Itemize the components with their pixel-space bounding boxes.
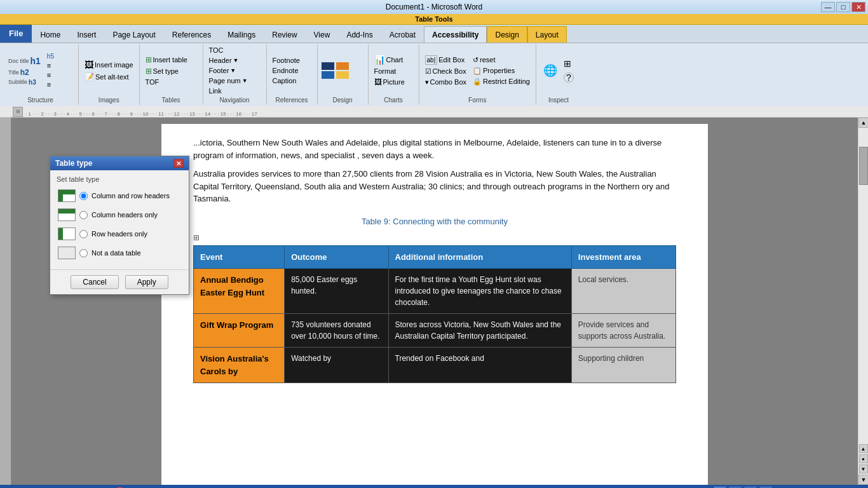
list3-btn[interactable]: ≡: [45, 80, 56, 89]
help-btn[interactable]: ?: [562, 72, 576, 83]
tab-home[interactable]: Home: [32, 26, 69, 43]
add-table-btn[interactable]: ⊞: [193, 233, 200, 242]
tab-mailings[interactable]: Mailings: [219, 26, 264, 43]
page: ...ictoria, Southern New South Wales and…: [161, 124, 708, 485]
scroll-up-button[interactable]: ▲: [858, 118, 868, 128]
check-box-icon: ☑: [425, 67, 431, 76]
navigation-group: TOC Header ▼ Footer ▼ Page num ▼ Link Na…: [203, 44, 267, 105]
title-btn[interactable]: Title h2: [6, 67, 43, 78]
tab-page-layout[interactable]: Page Layout: [104, 26, 163, 43]
ruler-corner[interactable]: ⊞: [13, 107, 23, 117]
toc-btn[interactable]: TOC: [207, 46, 262, 55]
properties-btn[interactable]: 📋 Properties: [471, 66, 532, 76]
images-label: Images: [83, 95, 135, 104]
link-btn[interactable]: Link: [207, 86, 262, 95]
caption-btn[interactable]: Caption: [271, 76, 313, 85]
scrollbar-thumb[interactable]: [859, 147, 868, 185]
format-btn[interactable]: Format: [372, 67, 415, 76]
grid-btn[interactable]: ⊞: [562, 58, 576, 69]
radio-row-only-input[interactable]: [79, 230, 88, 238]
design-color-2[interactable]: [322, 71, 334, 79]
design-color-3[interactable]: [336, 62, 349, 70]
restrict-editing-btn[interactable]: 🔒 Restrict Editing: [471, 77, 532, 86]
select-object-button[interactable]: ●: [859, 454, 868, 463]
h1-style-label: h1: [31, 56, 41, 66]
table-tools-bar: Table Tools: [0, 14, 868, 25]
globe-icon: 🌐: [543, 64, 557, 78]
col-row-icon: [58, 189, 76, 202]
insert-table-btn[interactable]: ⊞ Insert table: [144, 55, 199, 65]
charts-label: Charts: [372, 95, 415, 104]
edit-box-btn[interactable]: ab| Edit Box: [423, 55, 468, 65]
check-box-btn[interactable]: ☑ Check Box: [423, 67, 468, 76]
cell-event-1: Annual Bendigo Easter Egg Hunt: [194, 269, 285, 314]
page-num-btn[interactable]: Page num ▼: [207, 76, 262, 85]
tab-accessibility[interactable]: Accessibility: [424, 26, 487, 43]
radio-col-only[interactable]: Column headers only: [57, 207, 182, 222]
tab-references[interactable]: References: [164, 26, 219, 43]
header-btn[interactable]: Header ▼: [207, 56, 262, 65]
cancel-button[interactable]: Cancel: [71, 275, 118, 289]
radio-col-only-input[interactable]: [79, 211, 88, 219]
window-controls[interactable]: — □ ✕: [821, 2, 865, 12]
document-area[interactable]: ...ictoria, Southern New South Wales and…: [11, 118, 858, 485]
footer-btn[interactable]: Footer ▼: [207, 66, 262, 75]
ribbon: Doc title h1 Title h2 Subtitle h3 h5 ≡ ≡: [0, 43, 868, 106]
image-icon: 🖼: [85, 60, 93, 70]
minimize-button[interactable]: —: [821, 2, 835, 12]
h2-label: h2: [20, 68, 29, 77]
radio-none-input[interactable]: [79, 249, 88, 257]
globe-btn[interactable]: 🌐: [541, 63, 559, 78]
h5-btn[interactable]: h5: [45, 52, 56, 60]
forms-label: Forms: [423, 95, 532, 104]
maximize-button[interactable]: □: [836, 2, 850, 12]
table-add-row: ⊞: [193, 231, 676, 244]
scrollbar-track[interactable]: [858, 128, 868, 443]
list1-btn[interactable]: ≡: [45, 61, 56, 70]
col-header-outcome: Outcome: [285, 245, 388, 269]
chart-btn[interactable]: 📊 Chart: [372, 54, 415, 65]
table-row: Annual Bendigo Easter Egg Hunt 85,000 Ea…: [194, 269, 676, 314]
chart-icon: 📊: [374, 55, 385, 65]
design-color-4[interactable]: [336, 71, 349, 79]
dialog-close-button[interactable]: ✕: [173, 159, 184, 168]
help-icon: ?: [564, 72, 574, 83]
combo-box-btn[interactable]: ▾ Combo Box: [423, 78, 468, 87]
radio-col-row-input[interactable]: [79, 192, 88, 200]
title-label: Title: [8, 69, 19, 76]
scroll-nav-buttons: ▲ ● ▼: [858, 443, 868, 475]
radio-none[interactable]: Not a data table: [57, 245, 182, 261]
cell-additional-2: Stores across Victoria, New South Wales …: [388, 314, 571, 348]
doc-title-btn[interactable]: Doc title h1: [6, 55, 43, 67]
tab-layout[interactable]: Layout: [527, 26, 567, 43]
scroll-down-button[interactable]: ▼: [858, 475, 868, 485]
apply-button[interactable]: Apply: [125, 275, 168, 289]
tab-add-ins[interactable]: Add-Ins: [338, 26, 381, 43]
tab-review[interactable]: Review: [264, 26, 305, 43]
insert-image-btn[interactable]: 🖼 Insert image: [83, 59, 135, 71]
endnote-btn[interactable]: Endnote: [271, 66, 313, 75]
tab-insert[interactable]: Insert: [69, 26, 104, 43]
set-type-btn[interactable]: ⊞ Set type: [144, 66, 199, 76]
list2-btn[interactable]: ≡: [45, 71, 56, 79]
tab-acrobat[interactable]: Acrobat: [381, 26, 424, 43]
right-scrollbar[interactable]: ▲ ▲ ● ▼ ▼: [858, 118, 868, 485]
properties-icon: 📋: [473, 67, 482, 75]
footnote-btn[interactable]: Footnote: [271, 56, 313, 65]
reset-btn[interactable]: ↺ reset: [471, 55, 532, 65]
radio-row-only[interactable]: Row headers only: [57, 226, 182, 241]
picture-btn[interactable]: 🖼 Picture: [372, 77, 415, 87]
close-button[interactable]: ✕: [851, 2, 865, 12]
design-group-ribbon: Design: [318, 44, 369, 105]
radio-col-row[interactable]: Column and row headers: [57, 188, 182, 203]
design-color-1[interactable]: [322, 62, 334, 70]
tab-design[interactable]: Design: [487, 26, 527, 43]
subtitle-btn[interactable]: Subtitle h3: [6, 78, 43, 86]
structure-label: Structure: [6, 95, 74, 104]
set-alt-text-btn[interactable]: 📝 Set alt-text: [83, 72, 135, 82]
tab-view[interactable]: View: [306, 26, 339, 43]
prev-page-button[interactable]: ▲: [859, 444, 868, 453]
tof-btn[interactable]: TOF: [144, 78, 199, 86]
tab-file[interactable]: File: [0, 25, 32, 43]
next-page-button[interactable]: ▼: [859, 464, 868, 473]
